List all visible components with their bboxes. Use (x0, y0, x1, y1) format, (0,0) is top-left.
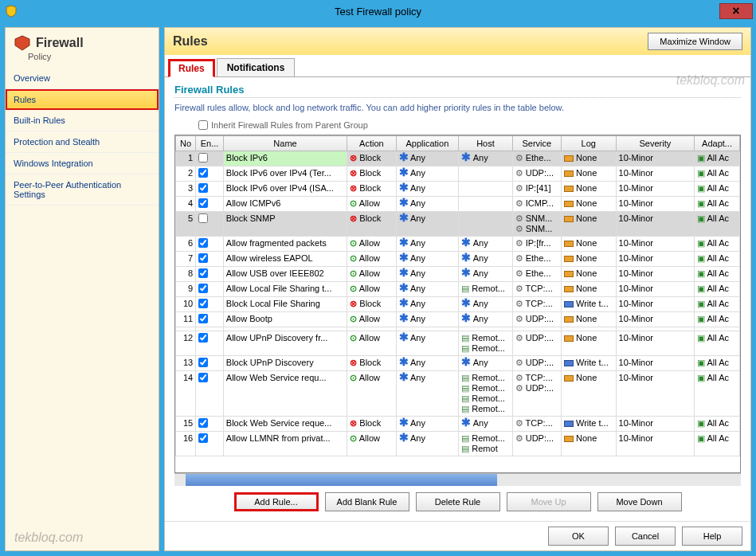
enable-checkbox[interactable] (198, 198, 208, 208)
ok-button[interactable]: OK (548, 527, 609, 546)
asterisk-icon: ✱ (399, 311, 409, 324)
table-row[interactable]: 7Allow wireless EAPOL⊙ Allow✱ Any✱ Any⚙ … (176, 252, 740, 267)
column-header[interactable]: Name (223, 136, 347, 151)
table-row[interactable]: 2Block IPv6 over IPv4 (Ter...⊗ Block✱ An… (176, 166, 740, 182)
table-row[interactable]: 9Allow Local File Sharing t...⊙ Allow✱ A… (176, 282, 740, 297)
enable-checkbox[interactable] (198, 284, 208, 293)
column-header[interactable]: Adapt... (695, 136, 740, 151)
asterisk-icon: ✱ (399, 211, 409, 224)
asterisk-icon: ✱ (399, 331, 409, 343)
enable-checkbox[interactable] (198, 314, 208, 323)
enable-checkbox[interactable] (198, 358, 208, 367)
gear-icon: ⚙ (515, 183, 523, 193)
host-icon: ▤ (461, 444, 469, 453)
move-down-button[interactable]: Move Down (597, 492, 682, 511)
asterisk-icon: ✱ (461, 416, 471, 429)
column-header[interactable]: Log (561, 136, 616, 151)
add-rule-button[interactable]: Add Rule... (234, 492, 319, 511)
tab-rules[interactable]: Rules (168, 59, 215, 77)
asterisk-icon: ✱ (399, 281, 409, 294)
asterisk-icon: ✱ (461, 311, 471, 324)
table-row[interactable]: 11Allow Bootp⊙ Allow✱ Any✱ Any⚙ UDP:... … (176, 312, 740, 327)
enable-checkbox[interactable] (198, 373, 208, 382)
adapter-icon: ▣ (697, 433, 705, 443)
maximize-button[interactable]: Maximize Window (648, 33, 742, 50)
titlebar: Test Firewall policy × (0, 0, 756, 22)
log-icon (564, 301, 574, 307)
adapter-icon: ▣ (697, 183, 705, 193)
enable-checkbox[interactable] (198, 153, 208, 162)
gear-icon: ⚙ (515, 383, 523, 393)
window-title: Test Firewall policy (335, 6, 421, 18)
column-header[interactable]: Severity (616, 136, 694, 151)
sidebar-item-windows-integration[interactable]: Windows Integration (6, 153, 159, 174)
log-icon (564, 335, 574, 342)
enable-checkbox[interactable] (198, 213, 208, 223)
block-icon: ⊗ (350, 153, 357, 162)
gear-icon: ⚙ (515, 373, 523, 382)
column-header[interactable]: Application (396, 136, 459, 151)
horizontal-scrollbar[interactable] (174, 473, 741, 486)
table-row[interactable]: 14Allow Web Service requ...⊙ Allow✱ Any▤… (176, 371, 740, 417)
enable-checkbox[interactable] (198, 299, 208, 308)
asterisk-icon: ✱ (461, 296, 471, 309)
asterisk-icon: ✱ (399, 266, 409, 279)
enable-checkbox[interactable] (198, 268, 208, 278)
add-blank-rule-button[interactable]: Add Blank Rule (325, 492, 409, 511)
asterisk-icon: ✱ (399, 370, 409, 383)
table-row[interactable]: 12Allow UPnP Discovery fr...⊙ Allow✱ Any… (176, 331, 740, 356)
close-button[interactable]: × (719, 3, 753, 19)
table-row[interactable]: 3Block IPv6 over IPv4 (ISA...⊗ Block✱ An… (176, 182, 740, 197)
help-button[interactable]: Help (682, 527, 742, 546)
enable-checkbox[interactable] (198, 183, 208, 193)
table-row[interactable]: 6Allow fragmented packets⊙ Allow✱ Any✱ A… (176, 237, 740, 252)
rules-table[interactable]: NoEn...NameActionApplicationHostServiceL… (174, 135, 741, 473)
enable-checkbox[interactable] (198, 168, 208, 178)
host-icon: ▤ (461, 433, 469, 443)
tab-notifications[interactable]: Notifications (217, 58, 296, 76)
sidebar-item-rules[interactable]: Rules (6, 89, 159, 110)
page-title: Rules (173, 34, 208, 49)
log-icon (564, 201, 574, 207)
move-up-button[interactable]: Move Up (507, 492, 591, 511)
asterisk-icon: ✱ (399, 236, 409, 249)
table-row[interactable]: 4Allow ICMPv6⊙ Allow✱ Any⚙ ICMP... None1… (176, 197, 740, 212)
block-icon: ⊗ (350, 213, 357, 223)
allow-icon: ⊙ (350, 198, 357, 208)
table-row[interactable]: 8Allow USB over IEEE802⊙ Allow✱ Any✱ Any… (176, 267, 740, 282)
sidebar-item-overview[interactable]: Overview (6, 68, 159, 89)
table-row[interactable]: 15Block Web Service reque...⊗ Block✱ Any… (176, 417, 740, 432)
table-row[interactable]: 10Block Local File Sharing⊗ Block✱ Any✱ … (176, 297, 740, 312)
enable-checkbox[interactable] (198, 333, 208, 343)
asterisk-icon: ✱ (399, 416, 409, 429)
sidebar-item-protection-and-stealth[interactable]: Protection and Stealth (6, 131, 159, 153)
enable-checkbox[interactable] (198, 433, 208, 443)
delete-rule-button[interactable]: Delete Rule (416, 492, 500, 511)
column-header[interactable]: Service (512, 136, 561, 151)
sidebar-item-peer-to-peer-authentication-settings[interactable]: Peer-to-Peer Authentication Settings (6, 174, 159, 206)
enable-checkbox[interactable] (198, 418, 208, 428)
enable-checkbox[interactable] (198, 253, 208, 263)
table-row[interactable]: 1Block IPv6⊗ Block✱ Any✱ Any⚙ Ethe... No… (176, 151, 740, 166)
table-row[interactable]: 13Block UPnP Discovery⊗ Block✱ Any✱ Any⚙… (176, 356, 740, 371)
allow-icon: ⊙ (350, 373, 357, 382)
sidebar-item-built-in-rules[interactable]: Built-in Rules (6, 110, 159, 131)
asterisk-icon: ✱ (399, 151, 409, 163)
host-icon: ▤ (461, 373, 469, 382)
column-header[interactable]: Action (347, 136, 396, 151)
asterisk-icon: ✱ (461, 355, 471, 368)
asterisk-icon: ✱ (461, 151, 471, 163)
enable-checkbox[interactable] (198, 238, 208, 248)
table-row[interactable]: 5Block SNMP⊗ Block✱ Any⚙ SNM...⚙ SNM... … (176, 212, 740, 237)
column-header[interactable]: En... (196, 136, 224, 151)
section-heading: Firewall Rules (174, 84, 741, 98)
inherit-checkbox[interactable] (198, 120, 208, 130)
gear-icon: ⚙ (515, 418, 523, 428)
allow-icon: ⊙ (350, 253, 357, 263)
table-row[interactable]: 16Allow LLMNR from privat...⊙ Allow✱ Any… (176, 432, 740, 456)
column-header[interactable]: No (176, 136, 196, 151)
cancel-button[interactable]: Cancel (615, 527, 676, 546)
log-icon (564, 316, 574, 323)
column-header[interactable]: Host (459, 136, 512, 151)
host-icon: ▤ (461, 394, 469, 403)
